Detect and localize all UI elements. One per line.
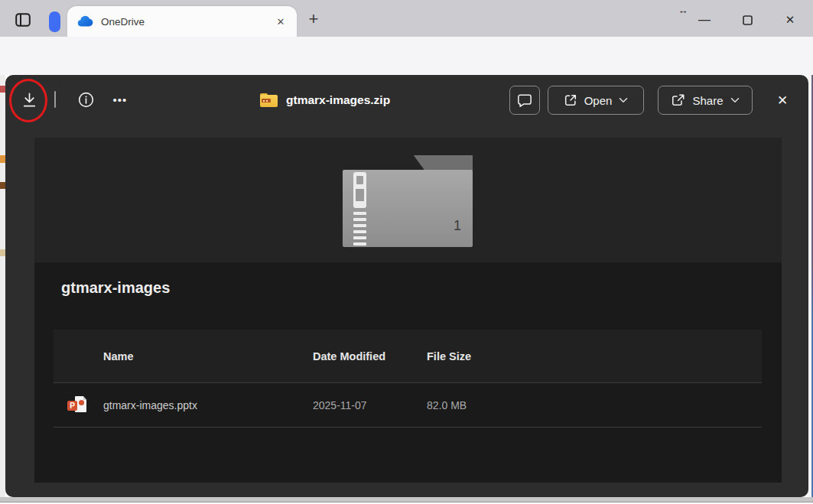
table-row[interactable]: P gtmarx-images.pptx 2025-11-07 82.0 MB <box>54 383 762 428</box>
window-resize-icon: ↔ <box>676 3 690 17</box>
window-maximize-button[interactable] <box>736 9 759 31</box>
onedrive-cloud-icon <box>76 15 93 28</box>
zip-preview-panel: 1 <box>34 138 782 262</box>
share-icon <box>671 93 685 107</box>
table-header-row: Name Date Modified File Size <box>54 330 762 383</box>
info-icon <box>77 91 95 109</box>
file-name[interactable]: gtmarx-images.pptx <box>54 399 313 411</box>
column-header-name: Name <box>54 350 313 363</box>
tab-layout-icon <box>15 13 31 27</box>
tab-actions-menu-button[interactable] <box>12 9 34 31</box>
download-button[interactable] <box>12 83 46 116</box>
comments-button[interactable] <box>509 86 540 115</box>
open-external-icon <box>564 93 577 107</box>
toolbar-divider <box>54 91 56 108</box>
file-size: 82.0 MB <box>427 399 762 411</box>
zip-title: gtmarx-images <box>61 279 170 297</box>
zipper-pull <box>353 172 366 208</box>
share-chevron-down-icon <box>730 97 740 103</box>
page-behind-left-sliver <box>0 75 5 497</box>
tab-title: OneDrive <box>101 16 272 28</box>
share-label: Share <box>692 94 723 107</box>
comment-bubble-icon <box>517 93 532 108</box>
maximize-icon <box>743 15 753 25</box>
viewer-more-button[interactable]: ••• <box>105 84 135 115</box>
onedrive-file-viewer: ••• gtmarx-images.zip Open Share ✕ <box>5 75 808 497</box>
browser-tab-bar: OneDrive ✕ + ↔ — ✕ <box>0 0 813 37</box>
screenshot-stage: OneDrive ✕ + ↔ — ✕ https://mitprod-my.sh… <box>0 0 813 504</box>
workspace-indicator-pill[interactable] <box>49 11 60 32</box>
column-header-size: File Size <box>427 350 762 363</box>
tab-close-button[interactable]: ✕ <box>272 13 289 30</box>
info-button[interactable] <box>70 84 101 115</box>
file-date: 2025-11-07 <box>313 399 427 411</box>
powerpoint-file-icon: P <box>67 395 88 416</box>
zip-details-card: gtmarx-images Name Date Modified File Si… <box>34 262 782 483</box>
window-close-button[interactable]: ✕ <box>779 9 802 31</box>
zip-file-icon <box>260 93 278 107</box>
file-table: Name Date Modified File Size P gtmarx-im… <box>54 330 762 428</box>
active-tab-onedrive[interactable]: OneDrive ✕ <box>67 6 297 37</box>
zip-folder-thumbnail: 1 <box>343 155 473 247</box>
share-button[interactable]: Share <box>658 86 753 115</box>
open-chevron-down-icon <box>619 97 628 103</box>
new-tab-button[interactable]: + <box>304 10 323 28</box>
column-header-date: Date Modified <box>313 350 427 363</box>
viewer-file-header: gtmarx-images.zip <box>260 85 390 115</box>
viewer-filename: gtmarx-images.zip <box>286 93 390 107</box>
zip-item-count: 1 <box>454 218 461 234</box>
browser-nav-bar: https://mitprod-my.sharepoint.com/person… <box>0 37 813 75</box>
open-button[interactable]: Open <box>548 86 644 115</box>
viewer-content: 1 gtmarx-images Name Date Modified File … <box>34 138 782 483</box>
open-label: Open <box>584 94 613 107</box>
viewer-close-button[interactable]: ✕ <box>768 86 797 115</box>
download-icon <box>21 91 38 109</box>
window-minimize-button[interactable]: — <box>693 9 716 31</box>
page-behind-right-sliver <box>808 75 813 497</box>
